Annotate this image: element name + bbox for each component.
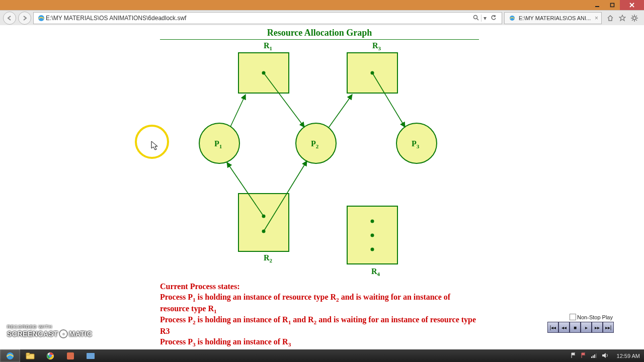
mouse-cursor-icon — [151, 141, 159, 151]
stop-button[interactable]: ■ — [570, 322, 581, 333]
state-line-3: Process P3 is holding an instance of R3 — [160, 337, 477, 348]
svg-rect-50 — [87, 353, 95, 359]
svg-line-40 — [329, 95, 352, 128]
svg-line-15 — [636, 16, 637, 17]
search-icon[interactable] — [471, 15, 481, 22]
forward-button[interactable] — [18, 12, 31, 25]
windows-taskbar[interactable]: 12:59 AM — [0, 349, 644, 362]
taskbar-app2-icon[interactable] — [80, 349, 101, 362]
ie-logo-icon — [508, 14, 517, 23]
svg-text:R2: R2 — [264, 253, 273, 263]
recorder-watermark: RECORDED WITH SCREENCAST MATIC — [7, 324, 92, 338]
favorites-icon[interactable] — [619, 15, 626, 22]
fast-forward-button[interactable]: ▸▸ — [592, 322, 603, 333]
nonstop-play-checkbox[interactable]: Non-Stop Play — [569, 313, 614, 321]
svg-rect-54 — [594, 354, 595, 358]
svg-point-5 — [474, 15, 477, 19]
svg-line-38 — [230, 95, 246, 127]
diagram-title: Resource Allocation Graph — [160, 28, 479, 38]
tray-flag2-icon[interactable] — [581, 352, 587, 359]
state-line-2: Process P2 is holding an instance of R1 … — [160, 315, 477, 337]
svg-point-36 — [371, 248, 374, 251]
resource-R3: R3 — [347, 41, 397, 93]
last-frame-button[interactable]: ▸▸| — [603, 322, 614, 333]
state-heading: Current Process states: — [160, 282, 477, 292]
svg-point-35 — [371, 234, 374, 237]
tools-icon[interactable] — [631, 15, 638, 22]
svg-text:R4: R4 — [371, 267, 380, 277]
first-frame-button[interactable]: |◂◂ — [547, 322, 558, 333]
rewind-button[interactable]: ◂◂ — [558, 322, 570, 333]
tray-flag-icon[interactable] — [571, 352, 577, 359]
process-P3: P3 — [396, 123, 437, 163]
resource-allocation-graph: R1 R3 P1 P2 P3 R2 — [160, 40, 482, 292]
resource-R1: R1 — [238, 41, 289, 93]
page-content: Resource Allocation Graph R1 R3 P1 — [0, 25, 644, 349]
taskbar-chrome-icon[interactable] — [40, 349, 60, 362]
svg-line-16 — [632, 20, 633, 21]
taskbar-explorer-icon[interactable] — [20, 349, 40, 362]
address-url: E:\MY MATERIALS\OS ANIMATIONS\6deadlock.… — [46, 15, 471, 22]
tray-volume-icon[interactable] — [602, 352, 609, 359]
svg-text:R1: R1 — [264, 41, 272, 51]
svg-line-6 — [477, 19, 478, 20]
browser-toolbar: E:\MY MATERIALS\OS ANIMATIONS\6deadlock.… — [0, 10, 644, 26]
window-titlebar — [0, 0, 644, 10]
back-button[interactable] — [3, 12, 16, 25]
refresh-icon[interactable] — [489, 15, 499, 22]
svg-rect-1 — [611, 4, 614, 7]
process-P2: P2 — [296, 123, 336, 163]
state-line-1: Process P1 is holding an instance of res… — [160, 292, 477, 315]
svg-rect-49 — [67, 352, 74, 359]
ie-logo-icon — [37, 14, 46, 23]
resource-R2: R2 — [238, 194, 289, 263]
taskbar-app-icon[interactable] — [60, 349, 80, 362]
tray-network-icon[interactable] — [591, 352, 598, 359]
svg-rect-52 — [591, 356, 592, 358]
svg-point-34 — [371, 220, 374, 223]
svg-point-8 — [633, 17, 636, 20]
play-button[interactable]: ▸ — [581, 322, 592, 333]
svg-text:R3: R3 — [372, 41, 381, 51]
svg-rect-53 — [593, 355, 594, 358]
close-button[interactable] — [620, 0, 644, 10]
tab-close-icon[interactable]: × — [595, 15, 598, 22]
process-state-text: Current Process states: Process P1 is ho… — [160, 282, 477, 348]
taskbar-clock[interactable]: 12:59 AM — [613, 353, 644, 359]
watermark-dot-icon — [59, 329, 68, 338]
address-bar[interactable]: E:\MY MATERIALS\OS ANIMATIONS\6deadlock.… — [33, 12, 502, 24]
tab-title: E:\MY MATERIALS\OS ANI... — [519, 15, 591, 21]
minimize-button[interactable] — [590, 0, 605, 10]
title-underline — [160, 39, 479, 40]
process-P1: P1 — [199, 123, 239, 163]
resource-R4: R4 — [347, 206, 397, 277]
svg-rect-55 — [596, 353, 597, 358]
taskbar-ie-icon[interactable] — [0, 349, 20, 362]
svg-rect-46 — [26, 353, 30, 355]
system-tray[interactable] — [567, 352, 613, 359]
svg-line-13 — [632, 16, 633, 17]
browser-tab[interactable]: E:\MY MATERIALS\OS ANI... × — [504, 12, 602, 24]
svg-line-14 — [636, 20, 637, 21]
home-icon[interactable] — [607, 15, 614, 22]
maximize-button[interactable] — [605, 0, 620, 10]
flash-player-controls: Non-Stop Play |◂◂ ◂◂ ■ ▸ ▸▸ ▸▸| — [547, 313, 614, 333]
